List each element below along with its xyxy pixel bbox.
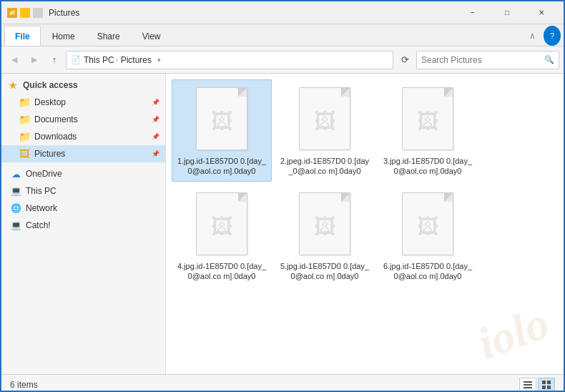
sidebar-label-catch: Catch! <box>26 220 51 230</box>
close-button[interactable]: ✕ <box>525 1 558 24</box>
sidebar-item-desktop[interactable]: 📁 Desktop 📌 <box>1 94 165 111</box>
file-item-5[interactable]: 🖼 5.jpg.id-1E857D0 0.[day_0@aol.co m].0d… <box>275 185 375 287</box>
view-buttons <box>519 378 555 392</box>
sidebar-label-desktop: Desktop <box>34 97 66 107</box>
tab-home[interactable]: Home <box>41 26 86 46</box>
title-bar: 📁 Pictures − □ ✕ <box>1 1 564 24</box>
svg-rect-2 <box>524 387 532 388</box>
search-box[interactable]: 🔍 <box>416 51 559 69</box>
minimize-button[interactable]: − <box>456 1 489 24</box>
file-thumb: 🖼 <box>303 98 347 145</box>
sidebar-item-network[interactable]: 🌐 Network <box>1 200 165 217</box>
file-item-4[interactable]: 🖼 4.jpg.id-1E857D0 0.[day_0@aol.co m].0d… <box>172 185 272 287</box>
pin-icon-pictures: 📌 <box>152 150 159 157</box>
sidebar-label-documents: Documents <box>34 114 78 124</box>
tab-share[interactable]: Share <box>87 26 131 46</box>
svg-rect-6 <box>547 386 551 389</box>
sidebar-item-this-pc[interactable]: 💻 This PC <box>1 182 165 200</box>
path-icon: 📄 <box>71 55 81 64</box>
help-button[interactable]: ? <box>544 26 561 46</box>
pin-icon-downloads: 📌 <box>152 133 159 140</box>
file-icon-2: 🖼 <box>296 84 353 153</box>
view-list-button[interactable] <box>519 378 536 392</box>
file-thumb: 🖼 <box>406 203 450 250</box>
sidebar: ★ Quick access 📁 Desktop 📌 📁 Documents 📌… <box>1 74 166 374</box>
catch-icon: 💻 <box>10 220 21 231</box>
address-path[interactable]: 📄 This PC › Pictures ▾ <box>66 51 393 69</box>
star-icon: ★ <box>7 79 19 91</box>
search-input[interactable] <box>421 55 541 65</box>
svg-rect-4 <box>547 381 551 384</box>
ribbon-tabs: File Home Share View ∧ ? <box>1 24 564 46</box>
status-item-count: 6 items <box>10 380 38 390</box>
path-dropdown-button[interactable]: ▾ <box>157 57 161 64</box>
tab-file[interactable]: File <box>4 26 41 46</box>
list-view-icon <box>523 380 533 390</box>
svg-rect-1 <box>524 384 532 386</box>
network-icon: 🌐 <box>10 202 21 214</box>
file-icon-5: 🖼 <box>296 190 353 258</box>
tiles-view-icon <box>541 380 551 390</box>
file-thumb: 🖼 <box>406 98 450 145</box>
path-segment-pictures: Pictures <box>121 55 152 65</box>
svg-rect-5 <box>542 386 546 389</box>
back-button[interactable]: ◀ <box>6 52 23 69</box>
search-icon: 🔍 <box>544 55 554 64</box>
sidebar-label-onedrive: OneDrive <box>26 169 62 179</box>
watermark: iolo <box>471 296 556 371</box>
address-bar: ◀ ▶ ↑ 📄 This PC › Pictures ▾ ⟳ 🔍 <box>1 46 564 74</box>
sidebar-label-downloads: Downloads <box>34 132 77 142</box>
file-icon-3: 🖼 <box>399 84 456 153</box>
file-name-2: 2.jpeg.id-1E857D0 0.[day_0@aol.co m].0da… <box>280 156 370 177</box>
onedrive-icon: ☁ <box>10 168 21 180</box>
file-icon-4: 🖼 <box>193 190 250 258</box>
ribbon-collapse-button[interactable]: ∧ <box>524 26 541 46</box>
sidebar-label-pictures: Pictures <box>34 149 65 159</box>
svg-rect-0 <box>524 381 532 383</box>
status-bar: 6 items <box>1 374 564 392</box>
folder-icon-downloads: 📁 <box>19 131 30 142</box>
refresh-button[interactable]: ⟳ <box>396 52 413 69</box>
folder-icon-desktop: 📁 <box>19 97 30 108</box>
file-item-6[interactable]: 🖼 6.jpg.id-1E857D0 0.[day_0@aol.co m].0d… <box>378 185 478 287</box>
sidebar-item-onedrive[interactable]: ☁ OneDrive <box>1 165 165 182</box>
tb-icon-2[interactable] <box>20 8 30 18</box>
file-thumb: 🖼 <box>200 203 244 250</box>
tb-icon-1[interactable]: 📁 <box>7 8 17 18</box>
up-button[interactable]: ↑ <box>46 52 63 69</box>
tab-view[interactable]: View <box>132 26 172 46</box>
file-name-3: 3.jpg.id-1E857D0 0.[day_0@aol.co m].0day… <box>383 156 473 177</box>
path-pictures-label[interactable]: Pictures <box>121 55 152 65</box>
pc-icon: 💻 <box>10 185 21 197</box>
sidebar-label-network: Network <box>26 203 57 213</box>
view-tiles-button[interactable] <box>538 378 555 392</box>
sidebar-item-downloads[interactable]: 📁 Downloads 📌 <box>1 128 165 145</box>
ribbon: File Home Share View ∧ ? <box>1 24 564 46</box>
folder-icon-documents: 📁 <box>19 114 30 125</box>
file-item-1[interactable]: 🖼 1.jpg.id-1E857D0 0.[day_0@aol.co m].0d… <box>172 79 272 182</box>
main-area: ★ Quick access 📁 Desktop 📌 📁 Documents 📌… <box>1 74 564 374</box>
pin-icon-documents: 📌 <box>152 116 159 123</box>
file-item-3[interactable]: 🖼 3.jpg.id-1E857D0 0.[day_0@aol.co m].0d… <box>378 79 478 182</box>
sidebar-item-documents[interactable]: 📁 Documents 📌 <box>1 111 165 128</box>
file-icon-6: 🖼 <box>399 190 456 258</box>
forward-button[interactable]: ▶ <box>26 52 43 69</box>
pin-icon-desktop: 📌 <box>152 99 159 106</box>
file-item-2[interactable]: 🖼 2.jpeg.id-1E857D0 0.[day_0@aol.co m].0… <box>275 79 375 182</box>
file-name-4: 4.jpg.id-1E857D0 0.[day_0@aol.co m].0day… <box>177 261 267 282</box>
file-thumb: 🖼 <box>200 98 244 145</box>
sidebar-item-catch[interactable]: 💻 Catch! <box>1 217 165 234</box>
file-thumb: 🖼 <box>303 203 347 250</box>
maximize-button[interactable]: □ <box>491 1 524 24</box>
sidebar-item-quick-access[interactable]: ★ Quick access <box>1 77 165 94</box>
window-title: Pictures <box>49 8 456 18</box>
file-area: iolo 🖼 1.jpg.id-1E857D0 0.[day_0@aol.co … <box>166 74 564 374</box>
file-name-5: 5.jpg.id-1E857D0 0.[day_0@aol.co m].0day… <box>280 261 370 282</box>
svg-rect-3 <box>542 381 546 384</box>
file-icon-1: 🖼 <box>193 84 250 153</box>
folder-icon-pictures: 🖼 <box>19 148 30 160</box>
file-name-6: 6.jpg.id-1E857D0 0.[day_0@aol.co m].0day… <box>383 261 473 282</box>
path-thispc-label[interactable]: This PC <box>84 55 114 65</box>
tb-icon-3[interactable] <box>33 8 43 18</box>
sidebar-item-pictures[interactable]: 🖼 Pictures 📌 <box>1 145 165 162</box>
